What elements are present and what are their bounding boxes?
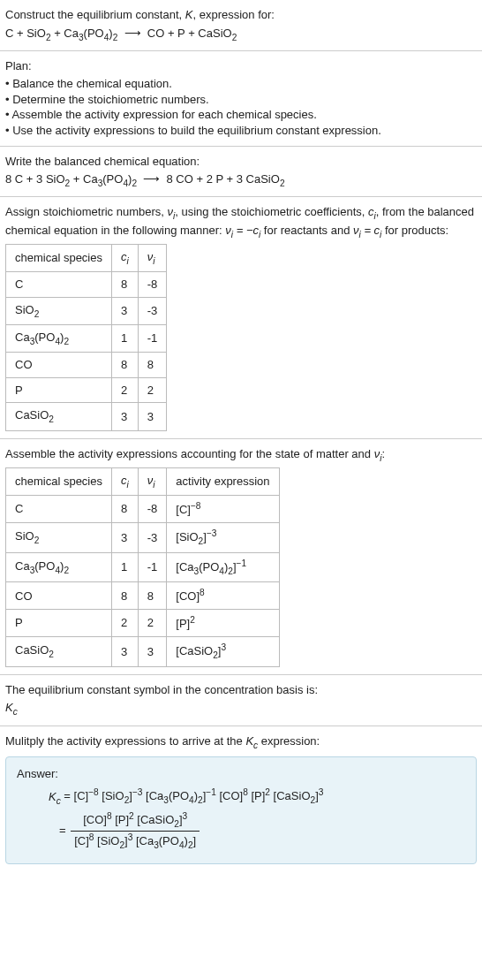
table-row: Ca3(PO4)21-1[Ca3(PO4)2]−1 (6, 552, 280, 582)
assemble-b: : (381, 447, 385, 460)
cell-v: 2 (138, 377, 167, 403)
intro-line1: Construct the equilibrium constant, K, e… (5, 7, 477, 23)
th-nui: νi (138, 244, 167, 271)
kc-fraction-form: = [CO]8 [P]2 [CaSiO2]3 [C]8 [SiO2]3 [Ca3… (49, 809, 465, 853)
cell-v: 8 (138, 353, 167, 378)
kc-symbol: Kc (245, 734, 258, 748)
kc-symbol: Kc (5, 700, 477, 718)
balanced-block: Write the balanced chemical equation: 8 … (0, 147, 482, 197)
table-row: P22[P]2 (6, 610, 280, 637)
plan-heading: Plan: (5, 58, 477, 74)
cell-species: P (6, 610, 112, 637)
cell-c: 2 (112, 610, 139, 637)
answer-block: Mulitply the activity expressions to arr… (0, 726, 482, 872)
cell-species: Ca3(PO4)2 (6, 325, 112, 353)
stoich-e: for products: (381, 224, 448, 237)
cell-c: 3 (112, 297, 139, 324)
balanced-equation: 8 C + 3 SiO2 + Ca3(PO4)2 ⟶ 8 CO + 2 P + … (5, 171, 477, 189)
cell-ae: [SiO2]−3 (167, 523, 279, 553)
kc-product-form: Kc = [C]−8 [SiO2]−3 [Ca3(PO4)2]−1 [CO]8 … (49, 786, 465, 807)
cell-v: 3 (138, 403, 167, 430)
table-row: C8-8[C]−8 (6, 496, 280, 523)
stoich-b: , using the stoichiometric coefficients, (175, 205, 368, 218)
stoich-block: Assign stoichiometric numbers, νi, using… (0, 197, 482, 437)
cell-species: P (6, 377, 112, 403)
table-row: Ca3(PO4)21-1 (6, 325, 167, 353)
cell-c: 3 (112, 403, 139, 430)
plan-item: Use the activity expressions to build th… (5, 123, 477, 139)
table-row: C8-8 (6, 272, 167, 298)
table-row: CO88 (6, 353, 167, 378)
nu-i: νi (168, 205, 176, 218)
fraction: [CO]8 [P]2 [CaSiO2]3 [C]8 [SiO2]3 [Ca3(P… (71, 810, 200, 851)
plan-block: Plan: Balance the chemical equation. Det… (0, 51, 482, 146)
numerator: [CO]8 [P]2 [CaSiO2]3 (71, 810, 200, 832)
symbol-line: The equilibrium constant symbol in the c… (5, 682, 477, 698)
th-ae: activity expression (167, 468, 279, 496)
stoich-table: chemical species ci νi C8-8 SiO23-3 Ca3(… (5, 244, 167, 431)
cell-ae: [CO]8 (167, 582, 279, 610)
table-row: CO88[CO]8 (6, 582, 280, 610)
multiply-b: expression: (258, 734, 320, 748)
nu-eq-neg-c: νi = −ci (225, 224, 260, 237)
cell-species: CaSiO2 (6, 403, 112, 430)
intro-text-b: , expression for: (192, 8, 275, 21)
cell-v: 3 (138, 637, 167, 667)
plan-item: Balance the chemical equation. (5, 76, 477, 92)
multiply-line: Mulitply the activity expressions to arr… (5, 733, 477, 751)
th-species: chemical species (6, 244, 112, 271)
table-row: SiO23-3 (6, 297, 167, 324)
cell-c: 1 (112, 552, 139, 582)
cell-v: -8 (138, 496, 167, 523)
cell-v: -3 (138, 297, 167, 324)
plan-item: Assemble the activity expression for eac… (5, 107, 477, 123)
cell-species: C (6, 496, 112, 523)
cell-c: 8 (112, 353, 139, 378)
cell-ae: [CaSiO2]3 (167, 637, 279, 667)
cell-species: C (6, 272, 112, 298)
c-i: ci (368, 205, 376, 218)
th-species: chemical species (6, 468, 112, 496)
table-header-row: chemical species ci νi (6, 244, 167, 271)
cell-species: SiO2 (6, 297, 112, 324)
plan-list: Balance the chemical equation. Determine… (5, 76, 477, 138)
activity-block: Assemble the activity expressions accoun… (0, 439, 482, 674)
cell-c: 3 (112, 523, 139, 553)
assemble-a: Assemble the activity expressions accoun… (5, 447, 374, 460)
cell-ae: [C]−8 (167, 496, 279, 523)
cell-c: 8 (112, 582, 139, 610)
th-ci: ci (112, 244, 139, 271)
cell-c: 8 (112, 272, 139, 298)
assemble-line: Assemble the activity expressions accoun… (5, 446, 477, 464)
cell-v: -1 (138, 552, 167, 582)
table-row: CaSiO233[CaSiO2]3 (6, 637, 280, 667)
stoich-paragraph: Assign stoichiometric numbers, νi, using… (5, 204, 477, 240)
cell-species: CO (6, 582, 112, 610)
answer-box: Answer: Kc = [C]−8 [SiO2]−3 [Ca3(PO4)2]−… (5, 756, 477, 864)
cell-ae: [Ca3(PO4)2]−1 (167, 552, 279, 582)
symbol-block: The equilibrium constant symbol in the c… (0, 675, 482, 726)
plan-item: Determine the stoichiometric numbers. (5, 92, 477, 108)
cell-c: 8 (112, 496, 139, 523)
unbalanced-equation: C + SiO2 + Ca3(PO4)2 ⟶ CO + P + CaSiO2 (5, 26, 477, 43)
cell-v: 2 (138, 610, 167, 637)
cell-v: -1 (138, 325, 167, 353)
cell-c: 1 (112, 325, 139, 353)
cell-species: CaSiO2 (6, 637, 112, 667)
cell-species: Ca3(PO4)2 (6, 552, 112, 582)
table-row: CaSiO233 (6, 403, 167, 430)
cell-c: 3 (112, 637, 139, 667)
intro-text-a: Construct the equilibrium constant, (5, 8, 185, 21)
table-row: P22 (6, 377, 167, 403)
nu-eq-c: νi = ci (353, 224, 381, 237)
th-ci: ci (112, 468, 139, 496)
cell-species: SiO2 (6, 523, 112, 553)
cell-c: 2 (112, 377, 139, 403)
cell-v: -3 (138, 523, 167, 553)
th-nui: νi (138, 468, 167, 496)
denominator: [C]8 [SiO2]3 [Ca3(PO4)2] (71, 832, 200, 852)
stoich-a: Assign stoichiometric numbers, (5, 205, 168, 218)
cell-ae: [P]2 (167, 610, 279, 637)
stoich-d: for reactants and (260, 224, 353, 237)
cell-species: CO (6, 353, 112, 378)
